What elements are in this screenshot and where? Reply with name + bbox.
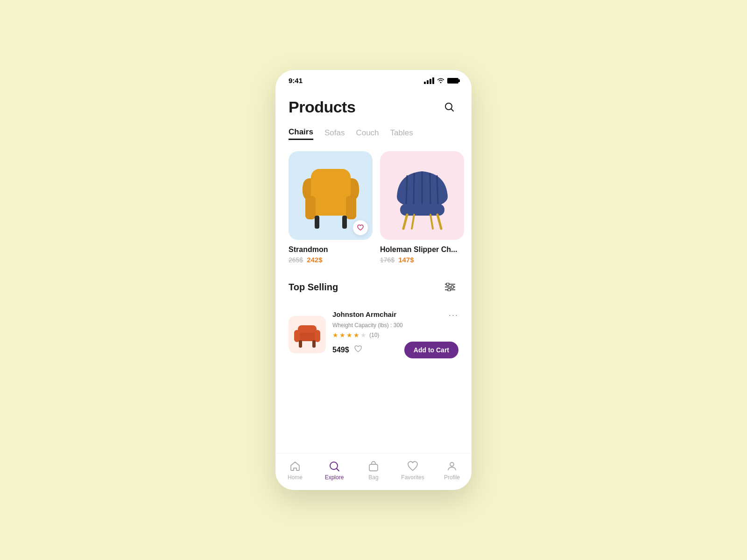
nav-favorites-label: Favorites [401, 474, 424, 481]
review-count: (10) [369, 332, 379, 338]
chair-yellow-icon [297, 160, 365, 232]
nav-profile-label: Profile [444, 474, 460, 481]
original-price-strandmon: 265$ [289, 256, 303, 264]
svg-rect-25 [312, 340, 316, 348]
main-content: Products Chairs Sofas Couch Tables [275, 88, 472, 453]
selling-image-johnston [289, 316, 326, 353]
selling-capacity: Wheight Capacity (lbs) : 300 [332, 322, 458, 329]
svg-line-9 [414, 174, 414, 205]
product-card-holeman[interactable]: Holeman Slipper Ch... 176$ 147$ [380, 151, 464, 264]
tab-couch[interactable]: Couch [356, 128, 379, 140]
selling-name: Johnston Armchair [332, 310, 396, 318]
svg-rect-22 [294, 330, 300, 342]
filter-button[interactable] [442, 279, 458, 295]
svg-point-29 [450, 462, 454, 466]
nav-profile[interactable]: Profile [438, 460, 466, 481]
original-price-holeman: 176$ [380, 256, 395, 264]
svg-rect-23 [315, 330, 320, 342]
header-row: Products [289, 98, 458, 116]
star-4: ★ [353, 331, 359, 339]
stars-row: ★ ★ ★ ★ ★ (10) [332, 331, 458, 339]
nav-explore[interactable]: Explore [320, 460, 348, 481]
search-button[interactable] [440, 98, 458, 116]
favorite-button-johnston[interactable] [354, 345, 362, 356]
svg-rect-7 [342, 216, 347, 229]
phone-frame: 9:41 Products [275, 70, 472, 490]
product-prices-strandmon: 265$ 242$ [289, 256, 373, 264]
battery-icon [447, 78, 458, 84]
svg-line-12 [437, 176, 438, 204]
sale-price-strandmon: 242$ [307, 256, 322, 264]
sale-price-holeman: 147$ [398, 256, 414, 264]
status-time: 9:41 [289, 77, 303, 84]
top-selling-header: Top Selling [289, 279, 458, 295]
nav-favorites[interactable]: Favorites [399, 460, 427, 481]
svg-rect-4 [305, 196, 316, 219]
svg-point-19 [448, 288, 451, 291]
favorites-icon [407, 460, 419, 472]
svg-line-11 [430, 174, 430, 205]
nav-bag[interactable]: Bag [359, 460, 388, 481]
category-tabs: Chairs Sofas Couch Tables [289, 127, 458, 140]
page-title: Products [289, 98, 355, 116]
explore-icon [328, 460, 340, 472]
top-selling-title: Top Selling [289, 282, 338, 293]
bag-icon [367, 460, 380, 472]
nav-bag-label: Bag [368, 474, 378, 481]
product-name-strandmon: Strandmon [289, 245, 373, 254]
selling-name-row: Johnston Armchair ··· [332, 310, 458, 320]
bottom-nav: Home Explore Bag [275, 453, 472, 490]
more-options-button[interactable]: ··· [449, 310, 458, 320]
favorite-button-strandmon[interactable] [353, 220, 368, 235]
product-image-holeman [380, 151, 464, 240]
status-icons [424, 77, 458, 84]
selling-price: 549$ [332, 346, 349, 354]
svg-rect-24 [299, 340, 302, 348]
tab-chairs[interactable]: Chairs [289, 127, 313, 140]
tab-tables[interactable]: Tables [390, 128, 413, 140]
wifi-icon [437, 77, 444, 84]
svg-point-17 [446, 283, 449, 286]
star-3: ★ [346, 331, 352, 339]
signal-icon [424, 77, 434, 84]
product-card-strandmon[interactable]: Strandmon 265$ 242$ [289, 151, 373, 264]
tab-sofas[interactable]: Sofas [324, 128, 345, 140]
chair-blue-icon [388, 160, 456, 232]
product-name-holeman: Holeman Slipper Ch... [380, 245, 464, 254]
star-2: ★ [339, 331, 345, 339]
svg-line-8 [406, 176, 407, 204]
price-cart-row: 549$ Add to Cart [332, 342, 458, 358]
selling-info-johnston: Johnston Armchair ··· Wheight Capacity (… [332, 310, 458, 358]
featured-products: Strandmon 265$ 242$ [289, 151, 458, 264]
star-5: ★ [360, 331, 366, 339]
selling-item-johnston: Johnston Armchair ··· Wheight Capacity (… [289, 305, 458, 364]
nav-home[interactable]: Home [281, 460, 309, 481]
svg-rect-5 [346, 196, 356, 219]
svg-line-1 [451, 109, 454, 112]
star-1: ★ [332, 331, 338, 339]
product-prices-holeman: 176$ 147$ [380, 256, 464, 264]
product-image-strandmon [289, 151, 373, 240]
nav-home-label: Home [288, 474, 303, 481]
svg-line-27 [337, 469, 339, 471]
profile-icon [446, 460, 458, 472]
svg-rect-28 [369, 464, 378, 471]
status-bar: 9:41 [275, 70, 472, 88]
svg-rect-6 [315, 216, 319, 229]
nav-explore-label: Explore [325, 474, 344, 481]
svg-point-18 [451, 286, 454, 288]
armchair-orange-icon [290, 318, 324, 351]
add-to-cart-button[interactable]: Add to Cart [404, 342, 458, 358]
home-icon [289, 460, 301, 472]
